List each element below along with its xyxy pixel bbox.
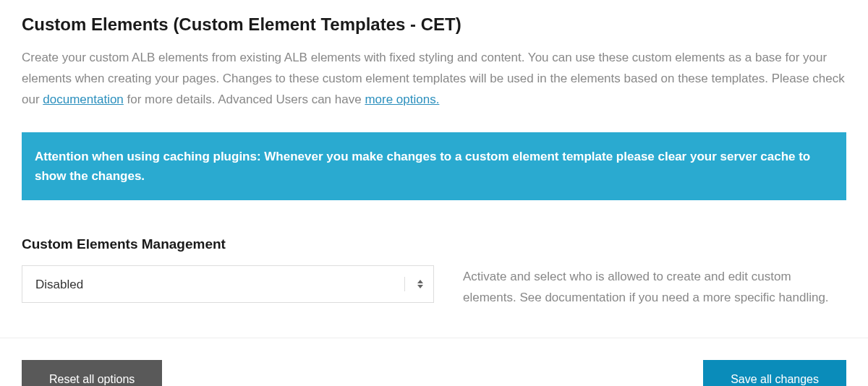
management-select-wrapper: Disabled bbox=[22, 265, 434, 303]
more-options-link[interactable]: more options. bbox=[365, 93, 439, 106]
management-help-text: Activate and select who is allowed to cr… bbox=[463, 265, 846, 309]
description-text-2: for more details. Advanced Users can hav… bbox=[124, 93, 365, 106]
button-row: Reset all options Save all changes bbox=[22, 360, 846, 386]
alert-message: Attention when using caching plugins: Wh… bbox=[35, 150, 810, 183]
save-button[interactable]: Save all changes bbox=[703, 360, 846, 386]
page-title: Custom Elements (Custom Element Template… bbox=[22, 14, 846, 35]
caching-alert: Attention when using caching plugins: Wh… bbox=[22, 132, 846, 200]
section-divider bbox=[0, 338, 868, 338]
documentation-link[interactable]: documentation bbox=[43, 93, 124, 106]
page-description: Create your custom ALB elements from exi… bbox=[22, 48, 846, 111]
management-field-row: Disabled Activate and select who is allo… bbox=[22, 265, 846, 309]
section-title: Custom Elements Management bbox=[22, 236, 846, 252]
reset-button[interactable]: Reset all options bbox=[22, 360, 162, 386]
management-select[interactable]: Disabled bbox=[22, 265, 434, 303]
